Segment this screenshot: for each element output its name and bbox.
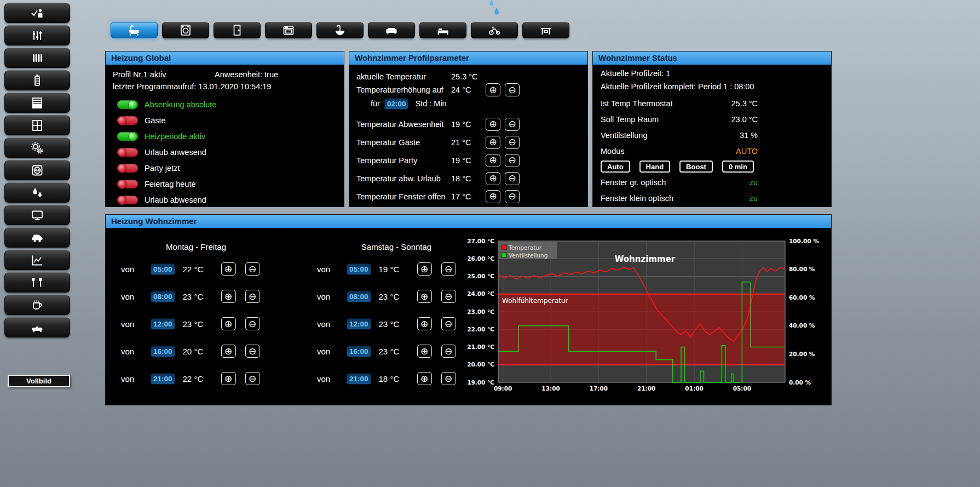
param-row-list: Temperatur Abwesenheit19 °C⊕⊖Temperatur … [356,115,580,205]
increase-temp-button[interactable]: ⊕ [221,290,236,303]
sidebar-button-tools[interactable] [4,272,70,293]
status-button-hand[interactable]: Hand [639,161,671,173]
decrease-temperatur-party-button[interactable]: ⊖ [505,154,520,167]
decrease-temp-button[interactable]: ⊖ [441,372,456,385]
vacuum-robot-icon [30,321,44,334]
toggle-gäste[interactable] [117,116,138,125]
sidebar-button-irrigation[interactable] [4,182,70,203]
decrease-temp-button[interactable]: ⊖ [245,345,260,358]
sidebar-button-battery[interactable] [4,70,70,90]
toggle-heizperiode-aktiv[interactable] [117,132,138,141]
time-field[interactable]: 21:00 [347,373,371,385]
time-field[interactable]: 08:00 [347,291,371,302]
sidebar-button-car[interactable] [4,227,70,248]
param-label: Temperatur Gäste [356,138,451,147]
room-tab-livingroom[interactable] [368,22,415,38]
sidebar-button-vacuum[interactable] [4,317,70,337]
tv-icon [30,209,44,222]
increase-temp-button[interactable]: ⊕ [417,372,432,385]
window-status-row: Fenster gr. optischzu [601,174,823,190]
decrease-temp-button[interactable]: ⊖ [441,317,456,330]
time-field[interactable]: 12:00 [347,318,371,330]
increase-temperatur-gäste-button[interactable]: ⊕ [486,136,500,149]
decrease-temp-button[interactable]: ⊖ [245,317,260,330]
sidebar-button-coffee[interactable] [4,295,70,315]
increase-temp-button[interactable]: ⊕ [417,317,432,330]
washing-machine-icon [178,24,193,37]
increase-temperatur-abwesenheit-button[interactable]: ⊕ [486,118,500,131]
status-button-auto[interactable]: Auto [601,161,630,173]
decrease-temp-button[interactable]: ⊖ [245,290,260,303]
param-label: Temperatur Party [356,156,451,165]
time-field[interactable]: 12:00 [151,318,175,330]
temp-value: 20 °C [183,347,214,356]
decrease-temp-button[interactable]: ⊖ [441,262,456,276]
sidebar-button-power[interactable] [4,160,70,180]
room-tab-kitchen[interactable] [265,22,312,38]
window-status-list: Fenster gr. optischzuFenster klein optis… [601,174,823,206]
weekend-schedule: von05:0019 °C⊕⊖von08:0023 °C⊕⊖von12:0023… [317,261,456,398]
toggle-label: Feiertag heute [145,180,196,188]
increase-temp-button[interactable]: ⊕ [417,262,432,276]
toggle-feiertag-heute[interactable] [117,180,138,188]
sidebar-button-radiator[interactable] [4,48,70,68]
increase-temperatur-abw-urlaub-button[interactable]: ⊕ [486,172,500,185]
time-field[interactable]: 05:00 [347,263,371,275]
sidebar-button-charts[interactable] [4,250,70,270]
toggle-urlaub-anwesend[interactable] [117,148,138,157]
increase-temp-button[interactable]: ⊕ [417,345,432,358]
room-tab-office[interactable] [522,22,569,38]
minus-icon: ⊖ [249,265,256,274]
increase-temperatur-party-button[interactable]: ⊕ [486,154,500,167]
toggle-party-jetzt[interactable] [117,164,138,173]
toggle-row: Party jetzt [113,160,337,176]
sidebar-button-presence[interactable] [4,3,70,23]
increase-temp-button[interactable]: ⊕ [417,290,432,303]
panel-body: Aktuelle Profilzeit: 1 Aktuelle Profilze… [593,65,831,206]
param-value: 19 °C [451,156,486,165]
fullscreen-button[interactable]: Vollbild [8,375,70,387]
sidebar-button-climate-profile[interactable] [4,25,70,45]
increase-boost-temp-button[interactable]: ⊕ [486,83,500,96]
decrease-temperatur-abw-urlaub-button[interactable]: ⊖ [505,172,520,185]
increase-temp-button[interactable]: ⊕ [221,262,236,276]
toggle-label: Heizperiode aktiv [145,132,205,141]
decrease-temp-button[interactable]: ⊖ [441,345,456,358]
window-label: Fenster gr. optisch [601,178,713,187]
param-value: 19 °C [451,120,486,129]
schedule-row: von12:0023 °C⊕⊖ [121,316,260,331]
sidebar-button-settings[interactable] [4,137,70,158]
toggle-urlaub-abwesend[interactable] [117,196,138,204]
time-field[interactable]: 21:00 [151,373,175,385]
decrease-boost-temp-button[interactable]: ⊖ [505,83,520,96]
increase-temperatur-fenster-offen-button[interactable]: ⊕ [486,190,500,203]
room-tab-fitness[interactable] [471,22,518,38]
window-state-value: zu [713,178,758,187]
increase-temp-button[interactable]: ⊕ [221,317,236,330]
decrease-temperatur-fenster-offen-button[interactable]: ⊖ [505,190,520,203]
sidebar-button-tv[interactable] [4,205,70,225]
increase-temp-button[interactable]: ⊕ [221,372,236,385]
toggle-absenkung-absolute[interactable] [117,100,138,109]
boost-duration-field[interactable]: 02:00 [384,98,409,110]
room-tab-sink[interactable] [316,22,364,38]
room-tab-door[interactable] [214,22,261,38]
sidebar-button-blinds[interactable] [4,93,70,113]
time-field[interactable]: 16:00 [151,346,175,357]
status-button-0-min[interactable]: 0 min [722,161,754,173]
svg-text:Wohlfühltemperatur: Wohlfühltemperatur [502,297,568,305]
decrease-temperatur-abwesenheit-button[interactable]: ⊖ [505,118,520,131]
decrease-temperatur-gäste-button[interactable]: ⊖ [505,136,520,149]
increase-temp-button[interactable]: ⊕ [221,345,236,358]
decrease-temp-button[interactable]: ⊖ [441,290,456,303]
time-field[interactable]: 16:00 [347,346,371,357]
decrease-temp-button[interactable]: ⊖ [245,262,260,276]
time-field[interactable]: 05:00 [151,263,175,275]
decrease-temp-button[interactable]: ⊖ [245,372,260,385]
room-tab-bath[interactable] [111,22,158,38]
sidebar-button-window[interactable] [4,115,70,135]
room-tab-bedroom[interactable] [419,22,466,38]
time-field[interactable]: 08:00 [151,291,175,302]
status-button-boost[interactable]: Boost [679,161,713,173]
room-tab-laundry[interactable] [162,22,209,38]
